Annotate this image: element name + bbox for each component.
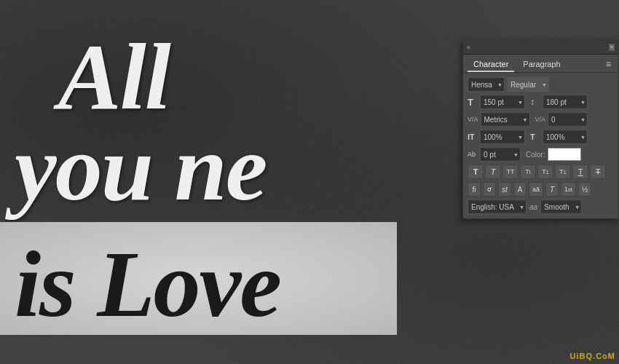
font-name-select[interactable]: Hensa	[468, 77, 505, 92]
font-size-wrapper: 150 pt ▼	[480, 95, 525, 109]
kerning-tracking-row: V/A Metrics ▼ V/A 0 ▼	[468, 112, 614, 127]
ordinal-button[interactable]: 1st	[561, 182, 576, 197]
antialiasing-label: aa	[529, 203, 537, 211]
baseline-select[interactable]: 0 pt	[480, 147, 521, 162]
watermark: UiBQ.CoM	[570, 352, 615, 360]
italic-button[interactable]: T	[485, 165, 501, 179]
fractions-button[interactable]: ½	[578, 182, 591, 197]
tracking-icon: V/A	[535, 116, 546, 123]
size-leading-row: T 150 pt ▼ ↕ 180 pt ▼	[468, 95, 614, 109]
vertical-scale-wrapper: 100% ▼	[480, 130, 525, 144]
text-youne[interactable]: you ne	[15, 113, 267, 222]
tab-character[interactable]: Character	[468, 58, 514, 72]
kerning-icon: V/A	[468, 116, 478, 123]
panel-menu-icon[interactable]: ≡	[603, 58, 614, 72]
baseline-icon: Ab	[468, 151, 478, 158]
discretionary-button[interactable]: A	[513, 182, 527, 197]
tracking-select[interactable]: 0	[548, 112, 588, 127]
language-select[interactable]: English: USA	[468, 199, 527, 214]
horizontal-scale-wrapper: 100% ▼	[543, 130, 588, 144]
strikethrough-button[interactable]: T	[590, 165, 606, 179]
text-area: All you ne is Love	[0, 0, 386, 364]
leading-icon: ↕	[530, 97, 540, 107]
leading-wrapper: 180 pt ▼	[543, 95, 588, 109]
horizontal-scale-icon: T	[530, 132, 540, 141]
language-wrapper: English: USA ▼	[468, 199, 527, 214]
vertical-scale-icon: IT	[468, 132, 478, 141]
horizontal-scale-select[interactable]: 100%	[543, 130, 588, 144]
panel-tabs: Character Paragraph ≡	[463, 55, 618, 73]
baseline-wrapper: 0 pt ▼	[480, 147, 521, 162]
font-name-wrapper: Hensa ▼	[468, 77, 505, 92]
subscript-button[interactable]: T1	[555, 165, 571, 179]
bold-button[interactable]: T	[468, 165, 484, 179]
antialiasing-wrapper: Smooth ▼	[540, 199, 582, 214]
scale-row: IT 100% ▼ T 100% ▼	[468, 130, 614, 144]
color-swatch[interactable]	[548, 148, 581, 161]
bottom-row: English: USA ▼ aa Smooth ▼	[468, 199, 614, 214]
titling-button[interactable]: T	[545, 182, 559, 197]
tab-paragraph[interactable]: Paragraph	[517, 58, 566, 72]
text-islove[interactable]: is Love	[15, 229, 280, 339]
close-button[interactable]: ×	[609, 44, 615, 51]
allcaps-button[interactable]: TT	[502, 165, 519, 179]
panel-content: Hensa ▼ Regular ▼ T 150 pt ▼ ↕	[463, 73, 618, 218]
collapse-icon[interactable]: «	[467, 44, 470, 51]
typography-style-buttons: T T TT Tt T1 T1 T T	[468, 165, 614, 179]
vertical-scale-select[interactable]: 100%	[480, 130, 525, 144]
font-family-row: Hensa ▼ Regular ▼	[468, 77, 614, 92]
font-size-icon: T	[468, 97, 478, 108]
font-style-select[interactable]: Regular	[507, 77, 549, 92]
font-style-wrapper: Regular ▼	[507, 77, 549, 92]
antialiasing-select[interactable]: Smooth	[540, 199, 582, 214]
character-panel: « × Character Paragraph ≡ Hensa ▼ Regula…	[462, 40, 619, 219]
swash-button[interactable]: st	[498, 182, 511, 197]
opentype-row: fi ơ st A aā T 1st ½	[468, 182, 614, 197]
color-label: Color:	[526, 151, 545, 159]
kerning-select[interactable]: Metrics	[481, 112, 530, 127]
superscript-button[interactable]: T1	[537, 165, 553, 179]
panel-controls: ×	[609, 44, 615, 51]
font-size-select[interactable]: 150 pt	[480, 95, 525, 109]
panel-titlebar: « ×	[463, 40, 618, 55]
tracking-wrapper: 0 ▼	[548, 112, 588, 127]
ligatures-button[interactable]: fi	[468, 182, 481, 197]
underline-button[interactable]: T	[572, 165, 588, 179]
kerning-wrapper: Metrics ▼	[481, 112, 530, 127]
alternates-button[interactable]: aā	[529, 182, 543, 197]
smallcaps-button[interactable]: Tt	[520, 165, 536, 179]
baseline-color-row: Ab 0 pt ▼ Color:	[468, 147, 614, 162]
oldstyle-button[interactable]: ơ	[483, 182, 496, 197]
leading-select[interactable]: 180 pt	[543, 95, 588, 109]
